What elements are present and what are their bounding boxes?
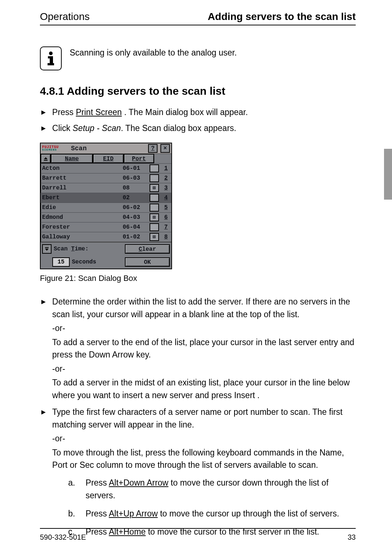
server-name-cell: Edie [41, 204, 121, 211]
text: To add a server in the midst of an exist… [52, 376, 356, 401]
dialog-title: Scan [61, 145, 145, 152]
text: ime: [75, 246, 89, 252]
sort-descending-button[interactable] [42, 244, 52, 254]
logo-text-bottom: SIEMENS [42, 149, 59, 151]
row-index: 1 [160, 165, 169, 172]
row-index: 4 [160, 195, 169, 201]
sort-ascending-button[interactable] [41, 154, 51, 163]
figure-scan-dialog: FUJITSU SIEMENS Scan ? × Name EID Port A… [40, 143, 356, 283]
figure-caption: Figure 21: Scan Dialog Box [40, 274, 356, 283]
column-headers: Name EID Port [41, 154, 171, 163]
sub-item-a: a. Press Alt+Down Arrow to move the curs… [68, 477, 356, 502]
server-port-cell: 06-02 [121, 204, 148, 211]
svg-rect-3 [48, 63, 54, 65]
page-footer: 590-332-501E 33 [40, 533, 356, 541]
thumb-index-tab [384, 149, 392, 200]
text: To move through the list, press the foll… [52, 446, 356, 471]
ok-button[interactable]: OK [125, 257, 170, 267]
step-3: ► Determine the order within the list to… [40, 295, 356, 401]
server-row[interactable]: Ebert024 [41, 193, 171, 203]
server-port-cell: 06-01 [121, 165, 148, 172]
or-separator: -or- [52, 363, 356, 375]
svg-point-0 [49, 52, 53, 55]
server-row[interactable]: Edie06-025 [41, 203, 171, 212]
bullet-arrow-icon: ► [40, 122, 47, 134]
server-name-cell: Ebert [41, 195, 121, 201]
server-row[interactable]: Edmond04-03⊠6 [41, 212, 171, 222]
text: Scan [54, 246, 71, 252]
step-1-text: Press Print Screen . The Main dialog box… [52, 106, 356, 119]
column-eid[interactable]: EID [93, 154, 123, 163]
key-print-screen: Print Screen [76, 107, 122, 117]
svg-marker-4 [44, 157, 48, 159]
text: To add a server to the end of the list, … [52, 336, 356, 361]
or-separator: -or- [52, 432, 356, 445]
server-row[interactable]: Darrell08⊠3 [41, 183, 171, 193]
menu-path: Setup - Scan [73, 123, 121, 133]
server-row[interactable]: Galloway01-02⊠8 [41, 232, 171, 242]
row-index: 6 [160, 214, 169, 221]
clear-button[interactable]: Clear [125, 244, 170, 254]
server-row[interactable]: Barrett06-032 [41, 173, 171, 183]
step-1: ► Press Print Screen . The Main dialog b… [40, 106, 356, 119]
seconds-label: Seconds [72, 259, 96, 265]
scan-checkbox[interactable] [150, 174, 159, 182]
scan-dialog: FUJITSU SIEMENS Scan ? × Name EID Port A… [40, 143, 172, 269]
text: Press [86, 509, 109, 518]
step-3-body: Determine the order within the list to a… [52, 295, 356, 401]
server-name-cell: Darrell [41, 185, 121, 191]
server-row[interactable]: Acton06-011 [41, 163, 171, 173]
step-4-body: Type the first few characters of a serve… [52, 406, 356, 543]
scan-checkbox[interactable]: ⊠ [150, 184, 159, 192]
scan-checkbox[interactable]: ⊠ [150, 233, 159, 241]
keyboard-sublist: a. Press Alt+Down Arrow to move the curs… [68, 477, 356, 539]
info-note-text: Scanning is only available to the analog… [70, 47, 237, 58]
fujitsu-siemens-logo: FUJITSU SIEMENS [42, 146, 59, 151]
scan-checkbox[interactable] [150, 194, 159, 202]
server-name-cell: Forester [41, 224, 121, 230]
key-alt-down: Alt+Down Arrow [109, 478, 168, 487]
section-heading: 4.8.1 Adding servers to the scan list [40, 85, 356, 97]
server-list: Acton06-011Barrett06-032Darrell08⊠3Ebert… [41, 163, 171, 242]
row-index: 3 [160, 185, 169, 191]
scan-checkbox[interactable]: ⊠ [150, 213, 159, 221]
dialog-titlebar: FUJITSU SIEMENS Scan ? × [41, 143, 171, 154]
server-name-cell: Edmond [41, 214, 121, 221]
text: Type the first few characters of a serve… [52, 406, 356, 431]
scan-time-input[interactable] [52, 257, 70, 267]
server-name-cell: Acton [41, 165, 121, 172]
server-port-cell: 01-02 [121, 234, 148, 240]
svg-rect-5 [44, 160, 48, 161]
column-name[interactable]: Name [51, 154, 93, 163]
bullet-arrow-icon: ► [40, 406, 47, 418]
server-port-cell: 02 [121, 195, 148, 201]
server-name-cell: Barrett [41, 175, 121, 181]
column-spacer [154, 154, 171, 163]
close-button[interactable]: × [160, 144, 170, 153]
step-2: ► Click Setup - Scan. The Scan dialog bo… [40, 122, 356, 135]
text: . The Main dialog box will appear. [122, 107, 248, 117]
row-index: 7 [160, 224, 169, 230]
close-icon: × [163, 146, 167, 151]
server-port-cell: 06-03 [121, 175, 148, 181]
scan-checkbox[interactable] [150, 223, 159, 231]
running-header: Operations Adding servers to the scan li… [40, 11, 356, 25]
step-2-text: Click Setup - Scan. The Scan dialog box … [52, 122, 356, 135]
help-icon: ? [151, 146, 155, 151]
text: Determine the order within the list to a… [52, 295, 356, 320]
svg-rect-2 [50, 56, 53, 64]
column-port[interactable]: Port [124, 154, 154, 163]
info-icon [40, 46, 62, 70]
server-row[interactable]: Forester06-047 [41, 222, 171, 232]
server-port-cell: 08 [121, 185, 148, 191]
text: . The Scan dialog box appears. [121, 123, 236, 133]
scan-checkbox[interactable] [150, 204, 159, 212]
help-button[interactable]: ? [148, 144, 158, 153]
text: lear [142, 246, 156, 253]
list-label: a. [68, 477, 78, 502]
svg-marker-7 [45, 249, 49, 251]
runhead-right: Adding servers to the scan list [208, 11, 356, 23]
runhead-left: Operations [40, 11, 90, 23]
text: Press [52, 107, 76, 117]
scan-checkbox[interactable] [150, 164, 159, 172]
